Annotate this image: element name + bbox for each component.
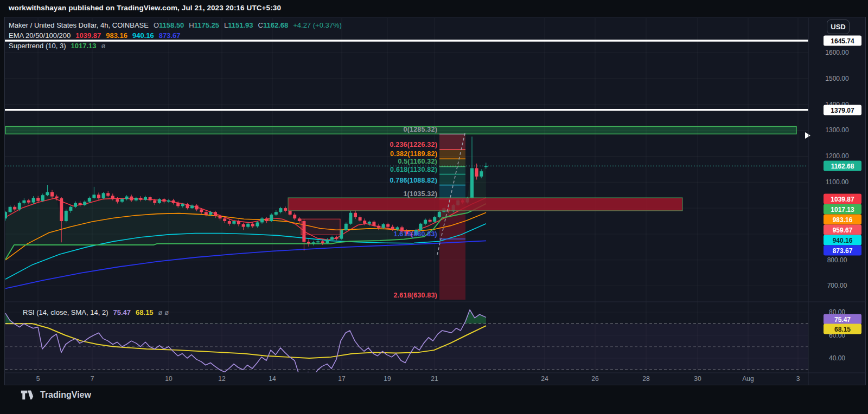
- ema100-value: 940.16: [132, 31, 154, 40]
- supertrend-title: Supertrend (10, 3): [9, 42, 66, 50]
- hidden-values-icons: ø ø: [158, 308, 169, 316]
- rsi-legend-row[interactable]: RSI (14, close, SMA, 14, 2) 75.47 68.15 …: [23, 308, 169, 317]
- tradingview-logo-text: TradingView: [40, 390, 91, 400]
- symbol-title: Maker / United States Dollar, 4h, COINBA…: [9, 21, 149, 29]
- tradingview-footer[interactable]: TradingView: [21, 390, 91, 400]
- rsi-ma-value: 68.15: [136, 308, 154, 316]
- ema20-value: 1039.87: [75, 31, 101, 40]
- supply-zone-rectangle: [288, 198, 682, 211]
- rsi-pane: [5, 310, 808, 377]
- resistance-zone-band: [5, 126, 796, 134]
- hidden-values-icon: ø: [101, 42, 106, 50]
- ohlc-close: C1162.68: [258, 21, 289, 29]
- supertrend-value: 1017.13: [71, 42, 97, 50]
- rsi-title: RSI (14, close, SMA, 14, 2): [23, 308, 108, 316]
- ema50-value: 983.16: [106, 31, 127, 40]
- price-range-box: [301, 219, 340, 235]
- ohlc-open: O1158.50: [154, 21, 184, 29]
- symbol-legend-row[interactable]: Maker / United States Dollar, 4h, COINBA…: [9, 21, 342, 30]
- published-chart-page: workwithshayan published on TradingView.…: [0, 0, 868, 414]
- change-value: +4.27 (+0.37%): [293, 21, 342, 29]
- ohlc-low: L1151.93: [224, 21, 253, 29]
- ohlc-high: H1175.25: [189, 21, 219, 29]
- ema-legend-row[interactable]: EMA 20/50/100/200 1039.87 983.16 940.16 …: [9, 31, 181, 40]
- ema-title: EMA 20/50/100/200: [9, 31, 71, 40]
- rsi-value: 75.47: [113, 308, 131, 316]
- chart-canvas[interactable]: [0, 0, 868, 414]
- main-pane: [4, 41, 808, 300]
- supertrend-legend-row[interactable]: Supertrend (10, 3) 1017.13 ø: [9, 41, 105, 50]
- currency-toggle-usd[interactable]: USD: [827, 20, 850, 34]
- ema200-value: 873.67: [159, 31, 181, 40]
- tradingview-logo-icon: [21, 390, 36, 400]
- ema-line: [5, 241, 486, 288]
- price-marker-arrow: [805, 132, 810, 139]
- gridlines: [5, 18, 808, 373]
